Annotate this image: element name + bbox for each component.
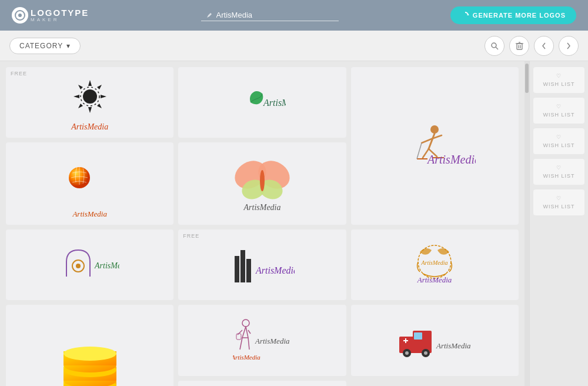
svg-rect-68: [414, 332, 422, 340]
svg-point-21: [430, 125, 439, 134]
svg-point-58: [64, 347, 116, 361]
logo-card-4[interactable]: ArtisMedia: [6, 142, 173, 225]
svg-point-39: [76, 264, 81, 268]
search-button[interactable]: [485, 36, 505, 56]
svg-text:ArtisMedia: ArtisMedia: [255, 265, 295, 275]
svg-text:ArtisMedia: ArtisMedia: [263, 98, 286, 108]
logo-card-6[interactable]: ArtisMedia: [6, 229, 173, 300]
logo-card-7[interactable]: FREE ArtisMedia: [178, 229, 346, 300]
heart-icon-5: ♡: [556, 195, 562, 201]
wishlist-label-2: WISH LIST: [543, 112, 574, 118]
toolbar: CATEGORY ▾: [0, 31, 588, 61]
generate-logos-button[interactable]: GENERATE MORE LOGOS: [450, 6, 576, 24]
heart-icon-4: ♡: [556, 165, 562, 171]
logo-card-2[interactable]: ArtisMedia: [178, 67, 346, 138]
search-bar[interactable]: [201, 9, 339, 21]
brand-name-1: ArtisMedia: [71, 122, 108, 132]
logo-visual-4: [12, 148, 168, 207]
refresh-icon: [461, 11, 469, 19]
main-content: FREE: [0, 61, 588, 386]
logo-icon: [12, 7, 28, 24]
brand-name-4: ArtisMedia: [72, 209, 107, 219]
wishlist-label-5: WISH LIST: [543, 204, 574, 209]
free-badge-7: FREE: [183, 233, 199, 239]
wishlist-item-1[interactable]: ♡ WISH LIST: [533, 67, 584, 93]
svg-marker-15: [101, 95, 106, 98]
svg-text:ArtisMedia: ArtisMedia: [436, 341, 471, 350]
svg-marker-19: [97, 104, 102, 108]
logo-visual-2: ArtisMedia: [184, 73, 340, 132]
wishlist-label-3: WISH LIST: [543, 142, 574, 148]
svg-marker-2: [467, 14, 469, 15]
svg-marker-14: [74, 95, 79, 98]
next-button[interactable]: [559, 36, 579, 56]
toolbar-right: [485, 36, 579, 56]
logo-card-1[interactable]: FREE: [6, 67, 173, 138]
svg-text:ArtisMedia: ArtisMedia: [243, 203, 280, 212]
svg-point-60: [242, 320, 249, 327]
scrollbar-track[interactable]: [524, 61, 529, 386]
svg-rect-63: [236, 334, 241, 340]
logo-card-9[interactable]: ArtisMedia: [6, 305, 173, 386]
search-pencil-icon: [206, 12, 213, 19]
svg-point-74: [424, 351, 427, 355]
svg-line-29: [417, 143, 422, 159]
svg-line-4: [496, 47, 498, 49]
category-dropdown[interactable]: CATEGORY ▾: [9, 38, 81, 54]
svg-marker-17: [97, 85, 102, 89]
logo-card-10[interactable]: ArtisMedia ArtisMedia: [178, 305, 346, 376]
logo-visual-8: ArtisMedia ArtisMedia: [357, 235, 513, 294]
svg-point-10: [83, 89, 97, 104]
svg-line-23: [422, 139, 432, 143]
svg-text:ArtisMedia: ArtisMedia: [255, 337, 290, 345]
chevron-right-icon: [566, 42, 571, 49]
svg-point-36: [260, 170, 265, 191]
wishlist-item-3[interactable]: ♡ WISH LIST: [533, 128, 584, 154]
search-icon: [490, 42, 499, 50]
free-badge: FREE: [11, 71, 27, 76]
logo-grid: FREE: [0, 61, 524, 386]
trash-icon: [516, 42, 523, 50]
logo-card-12[interactable]: ArtisMedia: [178, 381, 346, 386]
logo-visual-6: ArtisMedia: [12, 235, 168, 294]
svg-marker-16: [78, 85, 83, 89]
svg-line-61: [238, 330, 242, 335]
wishlist-item-5[interactable]: ♡ WISH LIST: [533, 189, 584, 215]
logo-visual-9: ArtisMedia: [12, 311, 168, 386]
logo-visual-5: ArtisMedia: [184, 148, 340, 219]
svg-text:ArtisMedia: ArtisMedia: [421, 259, 448, 266]
wishlist-label-4: WISH LIST: [543, 173, 574, 179]
logo-area: LOGOTYPE MAKER: [12, 7, 89, 24]
logo-visual-7: ArtisMedia: [184, 235, 340, 294]
logo-card-11[interactable]: ArtisMedia: [351, 305, 519, 376]
svg-point-3: [492, 43, 496, 48]
chevron-down-icon: ▾: [66, 42, 71, 50]
trash-button[interactable]: [509, 36, 529, 56]
svg-marker-18: [78, 104, 83, 108]
prev-button[interactable]: [534, 36, 554, 56]
logo-visual-1: [12, 73, 168, 120]
wishlist-sidebar: ♡ WISH LIST ♡ WISH LIST ♡ WISH LIST ♡ WI…: [529, 61, 588, 386]
svg-text:ArtisMedia: ArtisMedia: [426, 153, 476, 166]
logo-card-8[interactable]: ArtisMedia ArtisMedia: [351, 229, 519, 300]
svg-marker-12: [88, 80, 92, 86]
svg-line-22: [429, 134, 435, 149]
logo-text: LOGOTYPE MAKER: [31, 8, 89, 22]
svg-text:ArtisMedia: ArtisMedia: [233, 354, 260, 361]
logo-card-5[interactable]: ArtisMedia: [178, 142, 346, 225]
wishlist-label-1: WISH LIST: [543, 81, 574, 87]
svg-point-72: [405, 351, 409, 355]
wishlist-item-2[interactable]: ♡ WISH LIST: [533, 98, 584, 124]
svg-point-1: [18, 14, 22, 17]
svg-marker-13: [88, 107, 92, 113]
scrollbar-thumb: [525, 64, 529, 93]
svg-rect-42: [240, 250, 245, 282]
app-header: LOGOTYPE MAKER GENERATE MORE LOGOS: [0, 0, 588, 31]
brand-search-input[interactable]: [216, 11, 334, 19]
logo-visual-3: ArtisMedia: [357, 73, 513, 219]
svg-rect-43: [246, 259, 251, 282]
wishlist-item-4[interactable]: ♡ WISH LIST: [533, 159, 584, 185]
svg-line-62: [248, 330, 250, 334]
chevron-left-icon: [542, 42, 546, 49]
logo-card-3[interactable]: ArtisMedia: [351, 67, 519, 225]
